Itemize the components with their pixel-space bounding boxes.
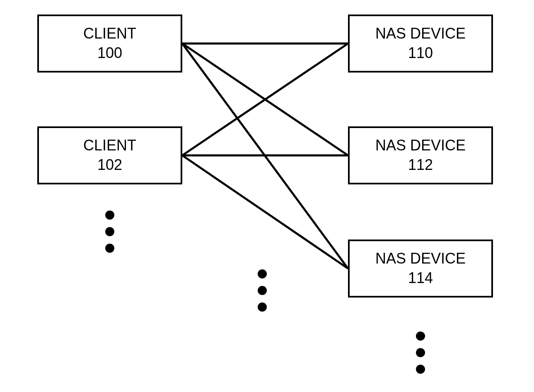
node-id: 112 (408, 155, 433, 175)
node-client-100: CLIENT 100 (37, 15, 182, 73)
svg-line-5 (182, 155, 348, 269)
node-title: NAS DEVICE (375, 24, 466, 44)
node-nas-114: NAS DEVICE 114 (348, 240, 493, 298)
node-title: NAS DEVICE (375, 136, 466, 155)
ellipsis-nas-devices (416, 332, 425, 374)
node-title: CLIENT (83, 24, 136, 44)
node-nas-110: NAS DEVICE 110 (348, 15, 493, 73)
ellipsis-connections (258, 269, 267, 312)
node-id: 100 (97, 44, 122, 63)
node-title: CLIENT (83, 136, 136, 155)
node-id: 114 (408, 269, 433, 288)
node-id: 110 (408, 44, 433, 63)
node-title: NAS DEVICE (375, 249, 466, 269)
ellipsis-clients (105, 211, 114, 253)
node-id: 102 (97, 155, 122, 175)
node-nas-112: NAS DEVICE 112 (348, 126, 493, 184)
node-client-102: CLIENT 102 (37, 126, 182, 184)
